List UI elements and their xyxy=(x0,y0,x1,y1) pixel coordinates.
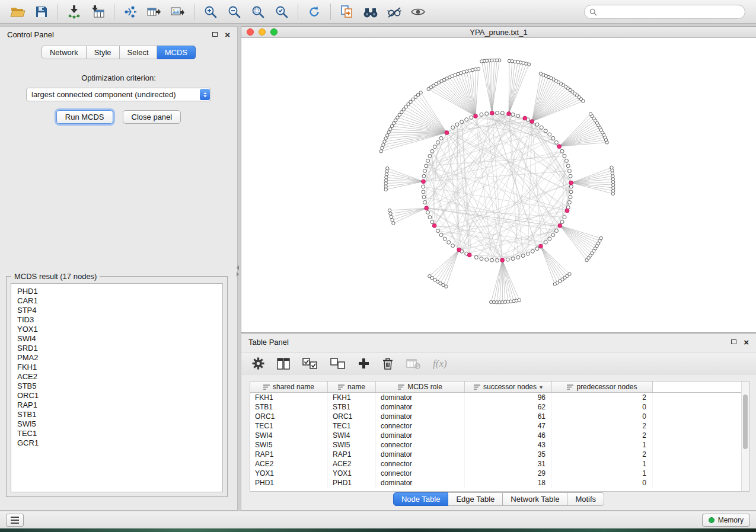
show-graphics-details-icon[interactable] xyxy=(406,2,430,21)
column-header-name[interactable]: name xyxy=(328,382,376,392)
optimization-criterion-label: Optimization criterion: xyxy=(0,73,237,82)
column-header-shared-name[interactable]: shared name xyxy=(250,382,328,392)
table-settings-gear-icon[interactable] xyxy=(252,357,264,370)
table-scrollbar-thumb[interactable] xyxy=(743,395,748,449)
zoom-fit-content-icon[interactable] xyxy=(270,2,294,21)
table-row[interactable]: SWI5 SWI5 connector 43 1 xyxy=(250,440,741,450)
tab-node-table[interactable]: Node Table xyxy=(393,492,449,506)
table-row[interactable]: YOX1 YOX1 connector 29 1 xyxy=(250,469,741,478)
mcds-result-item[interactable]: RAP1 xyxy=(17,400,222,410)
memory-status-icon xyxy=(709,517,714,523)
mcds-result-item[interactable]: SWI4 xyxy=(17,334,222,344)
create-column-icon[interactable] xyxy=(358,358,369,369)
show-task-history-button[interactable] xyxy=(6,514,24,527)
close-table-panel-icon[interactable]: × xyxy=(744,338,749,347)
export-table-icon[interactable] xyxy=(142,2,166,21)
toolbar-separator xyxy=(194,4,194,20)
import-network-from-file-icon[interactable] xyxy=(62,2,86,21)
tab-select[interactable]: Select xyxy=(120,46,157,59)
table-header-row: shared name name MCDS role successor nod… xyxy=(250,382,741,393)
float-table-panel-icon[interactable] xyxy=(731,339,736,344)
memory-button[interactable]: Memory xyxy=(702,514,750,527)
float-panel-icon[interactable] xyxy=(212,32,218,37)
table-toolbar: f(x) xyxy=(241,352,756,374)
table-panel: Table Panel × f(x) xyxy=(241,334,756,511)
network-canvas[interactable] xyxy=(241,38,756,332)
import-table-from-file-icon[interactable] xyxy=(86,2,110,21)
column-menu-icon xyxy=(398,384,404,390)
column-header-mcds-role[interactable]: MCDS role xyxy=(376,382,465,392)
column-header-successor-nodes[interactable]: successor nodes ▾ xyxy=(465,382,552,392)
table-panel-tabs: Node Table Edge Table Network Table Moti… xyxy=(241,492,756,506)
splitter-collapse-icon[interactable] xyxy=(237,265,239,277)
tab-network-table[interactable]: Network Table xyxy=(503,492,567,506)
refresh-view-icon[interactable] xyxy=(302,2,326,21)
zoom-selected-region-icon[interactable] xyxy=(246,2,270,21)
window-minimize-icon[interactable] xyxy=(259,28,266,36)
zoom-in-icon[interactable] xyxy=(199,2,222,21)
toolbar-separator xyxy=(330,4,331,20)
mcds-result-item[interactable]: SWI5 xyxy=(17,419,222,429)
sort-arrow-icon: ▾ xyxy=(540,384,543,390)
open-session-icon[interactable] xyxy=(6,2,30,21)
zoom-out-icon[interactable] xyxy=(222,2,246,21)
mcds-result-item[interactable]: GCR1 xyxy=(17,438,222,448)
dropdown-stepper-icon xyxy=(200,89,210,100)
tab-mcds[interactable]: MCDS xyxy=(157,46,196,59)
mcds-result-item[interactable]: STB1 xyxy=(17,410,222,419)
export-network-icon[interactable] xyxy=(119,2,142,21)
close-panel-icon[interactable]: × xyxy=(225,30,230,39)
mcds-result-item[interactable]: STB5 xyxy=(17,382,222,391)
mcds-result-item[interactable]: FKH1 xyxy=(17,363,222,372)
window-maximize-icon[interactable] xyxy=(270,28,277,36)
mcds-result-item[interactable]: TID3 xyxy=(17,315,222,325)
mcds-result-item[interactable]: PMA2 xyxy=(17,353,222,363)
tab-network[interactable]: Network xyxy=(42,46,87,59)
hide-selected-icon[interactable] xyxy=(382,2,406,21)
table-panel-title: Table Panel xyxy=(248,338,289,347)
table-row[interactable]: ORC1 ORC1 dominator 61 0 xyxy=(250,412,741,421)
table-row[interactable]: RAP1 RAP1 dominator 35 2 xyxy=(250,450,741,459)
control-panel-header: Control Panel × xyxy=(0,27,237,42)
mcds-result-item[interactable]: ORC1 xyxy=(17,391,222,400)
run-mcds-button[interactable]: Run MCDS xyxy=(56,110,113,124)
tab-style[interactable]: Style xyxy=(87,46,120,59)
window-close-icon[interactable] xyxy=(247,28,254,36)
show-columns-icon[interactable] xyxy=(277,358,290,370)
mcds-result-item[interactable]: STP4 xyxy=(17,306,222,315)
mcds-result-item[interactable]: TEC1 xyxy=(17,429,222,438)
tab-edge-table[interactable]: Edge Table xyxy=(448,492,503,506)
control-panel-tabs: Network Style Select MCDS xyxy=(0,46,237,59)
task-list-icon xyxy=(11,517,19,524)
clone-network-icon[interactable] xyxy=(335,2,359,21)
column-menu-icon xyxy=(474,384,480,390)
delete-column-trash-icon[interactable] xyxy=(382,357,394,370)
close-panel-button[interactable]: Close panel xyxy=(123,110,181,124)
search-network-icon[interactable] xyxy=(359,2,382,21)
table-body: FKH1 FKH1 dominator 96 2 STB1 STB1 domin… xyxy=(250,393,741,488)
table-row[interactable]: STB1 STB1 dominator 62 0 xyxy=(250,402,741,412)
search-input[interactable] xyxy=(601,8,745,16)
criterion-dropdown[interactable]: largest connected component (undirected) xyxy=(26,88,211,101)
search-icon xyxy=(589,8,597,16)
mcds-result-item[interactable]: SRD1 xyxy=(17,344,222,353)
network-graph[interactable] xyxy=(241,38,756,332)
mcds-result-item[interactable]: CAR1 xyxy=(17,296,222,306)
select-all-columns-icon[interactable] xyxy=(302,358,318,370)
table-row[interactable]: FKH1 FKH1 dominator 96 2 xyxy=(250,393,741,402)
export-image-icon[interactable] xyxy=(166,2,190,21)
table-row[interactable]: PHD1 PHD1 dominator 18 0 xyxy=(250,478,741,488)
table-row[interactable]: SWI4 SWI4 dominator 46 2 xyxy=(250,431,741,440)
save-session-icon[interactable] xyxy=(30,2,53,21)
table-row[interactable]: ACE2 ACE2 connector 31 1 xyxy=(250,459,741,469)
table-scrollbar[interactable] xyxy=(741,382,749,491)
mcds-result-item[interactable]: PHD1 xyxy=(17,287,222,296)
table-row[interactable]: TEC1 TEC1 connector 47 2 xyxy=(250,421,741,431)
mcds-result-list: PHD1CAR1STP4TID3YOX1SWI4SRD1PMA2FKH1ACE2… xyxy=(11,283,223,492)
mcds-result-item[interactable]: ACE2 xyxy=(17,372,222,382)
tab-motifs[interactable]: Motifs xyxy=(567,492,604,506)
column-header-predecessor-nodes[interactable]: predecessor nodes xyxy=(552,382,653,392)
unselect-all-columns-icon[interactable] xyxy=(330,358,346,370)
global-search-box[interactable] xyxy=(584,5,745,19)
mcds-result-item[interactable]: YOX1 xyxy=(17,325,222,334)
